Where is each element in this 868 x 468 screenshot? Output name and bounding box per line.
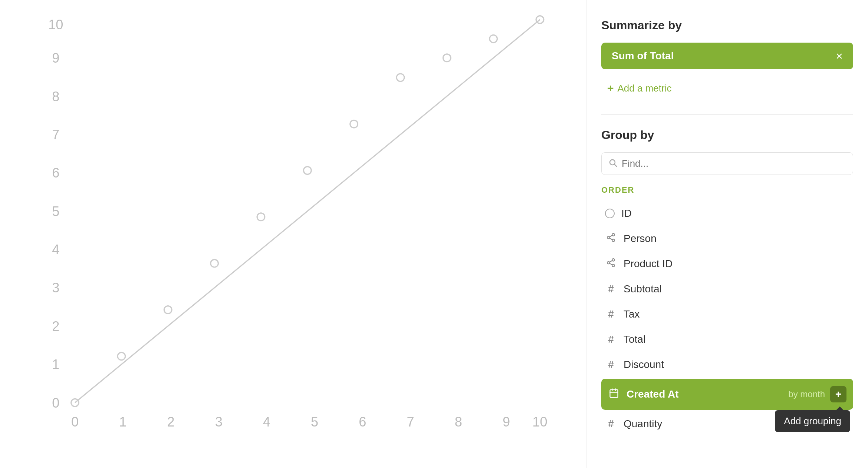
item-label-person: Person bbox=[624, 233, 657, 245]
svg-line-10 bbox=[609, 263, 612, 265]
plus-icon: + bbox=[607, 82, 614, 94]
x-label-4: 4 bbox=[263, 414, 270, 429]
group-item-subtotal[interactable]: # Subtotal bbox=[601, 276, 853, 302]
hash-icon-subtotal: # bbox=[605, 283, 617, 295]
svg-line-11 bbox=[609, 260, 612, 262]
share-icon-product-id bbox=[605, 258, 617, 270]
y-label-4: 4 bbox=[52, 242, 59, 257]
y-label-0: 0 bbox=[52, 395, 59, 411]
y-label-1: 1 bbox=[52, 357, 59, 372]
y-label-9: 9 bbox=[52, 50, 59, 66]
group-item-person[interactable]: Person bbox=[601, 226, 853, 251]
y-label-6: 6 bbox=[52, 165, 59, 180]
metric-pill[interactable]: Sum of Total × bbox=[601, 43, 853, 69]
search-box[interactable] bbox=[601, 152, 853, 175]
hash-icon-total: # bbox=[605, 333, 617, 345]
dot-6 bbox=[350, 120, 358, 128]
group-item-created-at[interactable]: Created At by month + Add grouping bbox=[601, 379, 853, 410]
y-label-7: 7 bbox=[52, 127, 59, 142]
svg-line-5 bbox=[609, 238, 612, 240]
created-at-left: Created At bbox=[608, 388, 679, 401]
item-label-total: Total bbox=[624, 333, 645, 345]
search-icon bbox=[608, 158, 617, 169]
y-label-2: 2 bbox=[52, 319, 59, 334]
hash-icon-quantity: # bbox=[605, 418, 617, 430]
chart-svg: 0 1 2 3 4 5 6 7 8 9 10 0 1 2 3 4 5 6 7 8… bbox=[22, 15, 564, 446]
item-label-discount: Discount bbox=[624, 359, 664, 371]
x-label-1: 1 bbox=[119, 414, 126, 429]
item-label-id: ID bbox=[621, 208, 632, 219]
x-label-0: 0 bbox=[71, 414, 79, 429]
group-item-discount[interactable]: # Discount bbox=[601, 352, 853, 377]
dot-8 bbox=[443, 54, 451, 62]
item-label-subtotal: Subtotal bbox=[624, 283, 662, 295]
y-label-8: 8 bbox=[52, 89, 59, 104]
dot-2 bbox=[164, 306, 172, 314]
metric-close-icon[interactable]: × bbox=[836, 50, 843, 62]
add-metric-button[interactable]: + Add a metric bbox=[601, 75, 853, 101]
dot-9 bbox=[490, 35, 497, 43]
x-label-6: 6 bbox=[359, 414, 366, 429]
calendar-icon bbox=[608, 388, 620, 401]
add-metric-label: Add a metric bbox=[618, 83, 672, 94]
sidebar: Summarize by Sum of Total × + Add a metr… bbox=[586, 0, 868, 468]
x-label-5: 5 bbox=[311, 414, 318, 429]
group-item-total[interactable]: # Total bbox=[601, 327, 853, 352]
group-search-input[interactable] bbox=[622, 158, 846, 169]
dot-7 bbox=[397, 74, 404, 82]
dot-3 bbox=[211, 259, 218, 267]
group-item-id[interactable]: ID bbox=[601, 201, 853, 226]
add-grouping-container: + Add grouping bbox=[830, 386, 846, 402]
add-grouping-button[interactable]: + bbox=[830, 386, 846, 402]
by-month-label: by month bbox=[788, 389, 825, 399]
share-icon-person bbox=[605, 233, 617, 245]
add-grouping-tooltip: Add grouping bbox=[775, 410, 850, 432]
summarize-title: Summarize by bbox=[601, 19, 853, 32]
y-label-10: 10 bbox=[48, 17, 63, 32]
created-at-right: by month + Add grouping bbox=[788, 386, 846, 402]
svg-rect-12 bbox=[610, 390, 618, 398]
item-label-tax: Tax bbox=[624, 308, 640, 320]
x-label-8: 8 bbox=[455, 414, 462, 429]
hash-icon-discount: # bbox=[605, 359, 617, 371]
x-label-7: 7 bbox=[407, 414, 414, 429]
x-label-2: 2 bbox=[167, 414, 174, 429]
item-label-product-id: Product ID bbox=[624, 258, 673, 270]
group-item-product-id[interactable]: Product ID bbox=[601, 251, 853, 276]
radio-icon bbox=[605, 209, 615, 218]
hash-icon-tax: # bbox=[605, 308, 617, 320]
y-label-5: 5 bbox=[52, 204, 59, 219]
divider bbox=[601, 114, 853, 115]
x-label-3: 3 bbox=[215, 414, 223, 429]
item-label-quantity: Quantity bbox=[624, 418, 662, 430]
chart-area: 0 1 2 3 4 5 6 7 8 9 10 0 1 2 3 4 5 6 7 8… bbox=[0, 0, 586, 468]
group-item-tax[interactable]: # Tax bbox=[601, 302, 853, 327]
dot-5 bbox=[303, 167, 311, 175]
svg-line-6 bbox=[609, 235, 612, 237]
y-label-3: 3 bbox=[52, 280, 59, 295]
created-at-label: Created At bbox=[627, 388, 679, 400]
group-title: Group by bbox=[601, 128, 853, 142]
x-label-10: 10 bbox=[532, 414, 547, 429]
order-section-label: ORDER bbox=[601, 185, 853, 195]
metric-label: Sum of Total bbox=[612, 50, 674, 62]
x-label-9: 9 bbox=[503, 414, 510, 429]
dot-4 bbox=[257, 213, 265, 221]
svg-line-1 bbox=[615, 164, 617, 166]
dot-1 bbox=[118, 352, 125, 360]
chart-line bbox=[75, 20, 540, 403]
